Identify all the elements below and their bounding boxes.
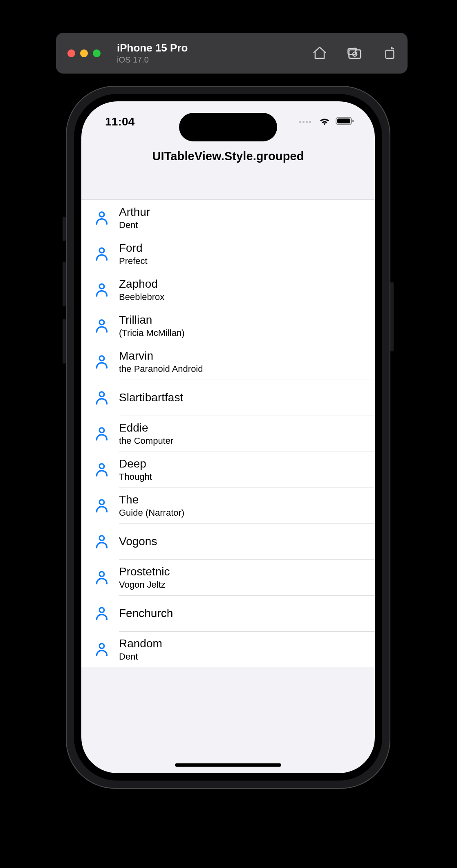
svg-point-18 xyxy=(99,536,104,541)
table-row[interactable]: The Guide (Narrator) xyxy=(81,488,375,523)
row-subtitle: the Computer xyxy=(119,436,173,446)
side-button-volume-down[interactable] xyxy=(63,319,66,364)
window-close-button[interactable] xyxy=(67,49,75,57)
window-traffic-lights xyxy=(67,49,101,57)
svg-point-10 xyxy=(99,248,104,253)
window-minimize-button[interactable] xyxy=(80,49,88,57)
table-row[interactable]: Zaphod Beeblebrox xyxy=(81,272,375,308)
svg-point-13 xyxy=(99,356,104,361)
simulator-header: iPhone 15 Pro iOS 17.0 xyxy=(56,33,408,74)
person-icon xyxy=(93,498,111,513)
table-row[interactable]: Ford Prefect xyxy=(81,236,375,272)
row-title: Random xyxy=(119,637,162,651)
row-subtitle: (Tricia McMillan) xyxy=(119,328,185,338)
person-icon xyxy=(93,210,111,225)
table-row[interactable]: Marvin the Paranoid Android xyxy=(81,344,375,380)
row-title: Slartibartfast xyxy=(119,391,183,405)
row-subtitle: Dent xyxy=(119,651,162,662)
home-indicator[interactable] xyxy=(175,763,281,767)
table-row[interactable]: Vogons xyxy=(81,523,375,559)
table-row[interactable]: Random Dent xyxy=(81,631,375,667)
row-text: Marvin the Paranoid Android xyxy=(119,349,203,374)
svg-point-14 xyxy=(99,392,104,397)
iphone-frame: 11:04 xyxy=(66,86,390,789)
table-row[interactable]: Prostetnic Vogon Jeltz xyxy=(81,559,375,595)
person-icon xyxy=(93,534,111,549)
row-subtitle: the Paranoid Android xyxy=(119,364,203,374)
svg-point-12 xyxy=(99,320,104,325)
row-subtitle: Guide (Narrator) xyxy=(119,508,184,518)
row-title: Vogons xyxy=(119,535,157,548)
row-text: Eddie the Computer xyxy=(119,421,173,446)
status-indicators xyxy=(299,116,354,127)
row-title: Deep xyxy=(119,457,152,471)
side-button-silence[interactable] xyxy=(63,217,66,241)
navigation-bar: UITableView.Style.grouped xyxy=(81,142,375,199)
table-view[interactable]: Arthur Dent Ford Prefect Zaphod Beeblebr… xyxy=(81,199,375,667)
row-title: Ford xyxy=(119,241,148,255)
row-title: Zaphod xyxy=(119,277,164,291)
row-text: Slartibartfast xyxy=(119,391,183,405)
table-row[interactable]: Eddie the Computer xyxy=(81,416,375,452)
person-icon xyxy=(93,462,111,477)
row-text: Vogons xyxy=(119,535,157,548)
person-icon xyxy=(93,282,111,297)
row-subtitle: Vogon Jeltz xyxy=(119,579,170,590)
side-button-power[interactable] xyxy=(390,282,394,351)
table-row[interactable]: Arthur Dent xyxy=(81,200,375,236)
table-row[interactable]: Trillian (Tricia McMillan) xyxy=(81,308,375,344)
table-row[interactable]: Deep Thought xyxy=(81,452,375,488)
svg-rect-5 xyxy=(386,50,394,58)
svg-point-11 xyxy=(99,284,104,289)
home-icon[interactable] xyxy=(312,45,327,61)
person-icon xyxy=(93,318,111,333)
side-button-volume-up[interactable] xyxy=(63,262,66,306)
row-title: Prostetnic xyxy=(119,565,170,579)
simulator-toolbar xyxy=(312,45,396,61)
svg-point-20 xyxy=(99,608,104,613)
row-text: Fenchurch xyxy=(119,606,173,620)
row-title: Trillian xyxy=(119,313,185,327)
row-text: Prostetnic Vogon Jeltz xyxy=(119,565,170,590)
screenshot-icon[interactable] xyxy=(347,45,363,61)
page-title: UITableView.Style.grouped xyxy=(152,150,304,163)
status-time: 11:04 xyxy=(105,115,135,128)
table-row[interactable]: Fenchurch xyxy=(81,595,375,631)
row-text: Deep Thought xyxy=(119,457,152,482)
row-subtitle: Prefect xyxy=(119,256,148,266)
row-subtitle: Beeblebrox xyxy=(119,292,164,302)
svg-point-19 xyxy=(99,572,104,577)
battery-icon xyxy=(336,116,354,127)
table-row[interactable]: Slartibartfast xyxy=(81,380,375,416)
person-icon xyxy=(93,642,111,657)
row-title: Arthur xyxy=(119,205,150,219)
row-text: Ford Prefect xyxy=(119,241,148,266)
person-icon xyxy=(93,426,111,441)
row-text: Trillian (Tricia McMillan) xyxy=(119,313,185,338)
row-text: Random Dent xyxy=(119,637,162,662)
row-title: Fenchurch xyxy=(119,606,173,620)
rotate-icon[interactable] xyxy=(382,45,396,61)
cellular-icon xyxy=(299,121,311,123)
person-icon xyxy=(93,606,111,621)
svg-point-9 xyxy=(99,212,104,217)
person-icon xyxy=(93,570,111,585)
iphone-bezel: 11:04 xyxy=(74,94,382,781)
window-zoom-button[interactable] xyxy=(93,49,101,57)
row-title: The xyxy=(119,493,184,507)
svg-point-21 xyxy=(99,644,104,649)
iphone-screen: 11:04 xyxy=(81,101,375,773)
person-icon xyxy=(93,390,111,405)
svg-point-16 xyxy=(99,464,104,469)
svg-point-17 xyxy=(99,500,104,505)
svg-rect-7 xyxy=(337,119,350,123)
svg-point-15 xyxy=(99,428,104,433)
row-text: Zaphod Beeblebrox xyxy=(119,277,164,302)
row-title: Marvin xyxy=(119,349,203,363)
simulator-title-block: iPhone 15 Pro iOS 17.0 xyxy=(117,41,188,65)
row-text: The Guide (Narrator) xyxy=(119,493,184,518)
simulator-device-name: iPhone 15 Pro xyxy=(117,41,188,55)
row-title: Eddie xyxy=(119,421,173,435)
row-text: Arthur Dent xyxy=(119,205,150,230)
person-icon xyxy=(93,246,111,261)
